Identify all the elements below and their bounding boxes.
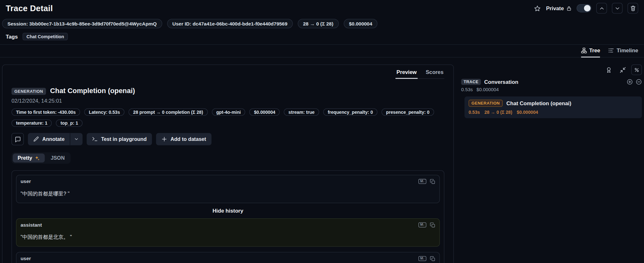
timeline-icon xyxy=(608,47,614,53)
badge-time-to-first-token: Time to first token: -430.00s xyxy=(11,108,80,116)
copy-icon[interactable] xyxy=(430,179,435,184)
lock-icon xyxy=(566,5,572,11)
message-user-1: user M↓ "中国的首都是哪里? " xyxy=(16,175,440,203)
message-role: user xyxy=(20,256,31,261)
badge-cost: $0.000004 xyxy=(249,108,280,116)
badge-latency: Latency: 0.53s xyxy=(84,108,124,116)
annotate-button[interactable]: Annotate xyxy=(28,133,70,145)
comment-icon xyxy=(15,136,21,142)
visibility-label: Private xyxy=(546,5,572,11)
star-icon xyxy=(534,5,540,11)
observation-header: GENERATION Chat Completion (openai) xyxy=(11,87,444,95)
node-latency: 0.53s xyxy=(469,110,480,114)
observation-title: Chat Completion (openai) xyxy=(50,87,135,95)
node-tokens: 28 → 0 (Σ 28) xyxy=(485,110,512,114)
next-trace-button[interactable] xyxy=(612,3,622,13)
collapse-icon xyxy=(619,67,625,73)
public-private-toggle[interactable] xyxy=(577,4,591,12)
generation-node-metrics: 0.53s 28 → 0 (Σ 28) $0.000004 xyxy=(469,110,638,114)
message-content: "中国的首都是哪里? " xyxy=(20,190,435,197)
tree-toolbar xyxy=(461,64,642,75)
tab-tree[interactable]: Tree xyxy=(581,47,600,57)
terminal-icon xyxy=(92,136,98,142)
generation-node-title: Chat Completion (openai) xyxy=(506,100,571,106)
markdown-toggle-icon[interactable]: M↓ xyxy=(418,223,426,227)
message-user-2: user M↓ "谢谢" xyxy=(16,252,440,263)
dataset-label: Add to dataset xyxy=(170,136,206,142)
tags-row: Tags Chat Competition xyxy=(0,28,644,45)
expand-all-icon[interactable] xyxy=(627,79,633,85)
message-content: "中国的首都是北京。 " xyxy=(20,234,435,241)
page-header: Trace Detail Private xyxy=(0,0,644,16)
previous-trace-button[interactable] xyxy=(596,3,607,13)
pen-icon xyxy=(33,136,39,142)
sparkles-icon xyxy=(35,155,40,161)
observation-badges: Time to first token: -430.00s Latency: 0… xyxy=(11,108,439,127)
copy-icon[interactable] xyxy=(430,222,435,228)
chevron-down-icon xyxy=(614,5,620,11)
hide-history-button[interactable]: Hide history xyxy=(16,203,440,218)
toggle-metrics-button[interactable] xyxy=(631,64,642,75)
collapse-all-button[interactable] xyxy=(617,64,628,75)
award-icon xyxy=(605,67,611,73)
tab-scores[interactable]: Scores xyxy=(425,67,444,79)
session-badge[interactable]: Session: 3bb00ec7-1b13-4c9b-85ee-3d9d70f… xyxy=(2,19,162,28)
main-area: Preview Scores GENERATION Chat Completio… xyxy=(0,57,644,263)
tab-preview[interactable]: Preview xyxy=(396,67,417,79)
show-scores-button[interactable] xyxy=(603,64,614,75)
trace-tree-panel: TRACE Conversation 0.53s $0.000004 GENER… xyxy=(461,64,642,118)
badge-temperature: temperature: 1 xyxy=(11,120,52,127)
markdown-toggle-icon[interactable]: M↓ xyxy=(418,179,426,184)
pretty-label: Pretty xyxy=(18,155,32,161)
token-usage-badge: 28 → 0 (Σ 28) xyxy=(298,19,339,28)
delete-trace-button[interactable] xyxy=(627,3,638,13)
badge-token-counts: 28 prompt → 0 completion (Σ 28) xyxy=(129,108,208,116)
markdown-toggle-icon[interactable]: M↓ xyxy=(418,256,426,261)
tags-label: Tags xyxy=(6,33,18,40)
trace-type-badge: TRACE xyxy=(461,79,481,85)
tab-tree-label: Tree xyxy=(589,47,600,53)
add-to-dataset-button[interactable]: Add to dataset xyxy=(156,133,211,145)
trace-metrics: 0.53s $0.000004 xyxy=(461,87,642,92)
badge-frequency-penalty: frequency_penalty: 0 xyxy=(323,108,377,116)
generation-node-badge: GENERATION xyxy=(469,100,503,107)
observation-detail-card: Preview Scores GENERATION Chat Completio… xyxy=(2,64,454,263)
cost-badge: $0.000004 xyxy=(344,19,378,28)
chevron-up-icon xyxy=(599,5,605,11)
generation-node-row-selected[interactable]: GENERATION Chat Completion (openai) 0.53… xyxy=(464,97,642,118)
message-role: user xyxy=(20,179,31,184)
toggle-knob xyxy=(584,5,591,11)
percent-icon xyxy=(634,67,639,73)
tree-icon xyxy=(581,47,587,53)
user-id-badge[interactable]: User ID: dc47a41e-06bc-400d-bde1-f0e440d… xyxy=(167,19,293,28)
tab-timeline[interactable]: Timeline xyxy=(608,47,638,57)
copy-icon[interactable] xyxy=(430,256,435,261)
test-in-playground-button[interactable]: Test in playground xyxy=(87,133,152,145)
trash-icon xyxy=(630,5,636,11)
annotate-label: Annotate xyxy=(42,136,65,142)
trace-detail-page: Trace Detail Private Session: 3bb00ec7-1… xyxy=(0,0,644,263)
annotate-dropdown-button[interactable] xyxy=(70,133,83,145)
tab-timeline-label: Timeline xyxy=(617,47,638,53)
node-cost: $0.000004 xyxy=(517,110,538,114)
format-pretty-option[interactable]: Pretty xyxy=(13,154,45,163)
tag-chip[interactable]: Chat Competition xyxy=(23,33,68,40)
messages-container: user M↓ "中国的首都是哪里? " Hide history assist… xyxy=(11,170,444,263)
chevron-down-icon xyxy=(74,137,79,142)
format-json-option[interactable]: JSON xyxy=(46,154,70,163)
trace-cost: $0.000004 xyxy=(477,87,499,92)
observation-actions: Annotate Test in playground Add to datas… xyxy=(11,133,444,145)
badge-top-p: top_p: 1 xyxy=(56,120,83,127)
bookmark-star-button[interactable] xyxy=(533,4,541,12)
observation-tabs: Preview Scores xyxy=(396,67,444,79)
badge-model[interactable]: gpt-4o-mini xyxy=(212,108,245,116)
collapse-all-icon[interactable] xyxy=(636,79,642,85)
comments-button[interactable] xyxy=(11,133,24,145)
message-assistant: assistant M↓ "中国的首都是北京。 " xyxy=(16,218,440,247)
trace-latency: 0.53s xyxy=(461,87,473,92)
generation-type-badge: GENERATION xyxy=(11,88,46,95)
observation-timestamp: 02/12/2024, 14:25:01 xyxy=(11,98,444,104)
trace-name: Conversation xyxy=(484,79,518,85)
trace-root-row[interactable]: TRACE Conversation xyxy=(461,79,642,85)
playground-label: Test in playground xyxy=(101,136,147,142)
